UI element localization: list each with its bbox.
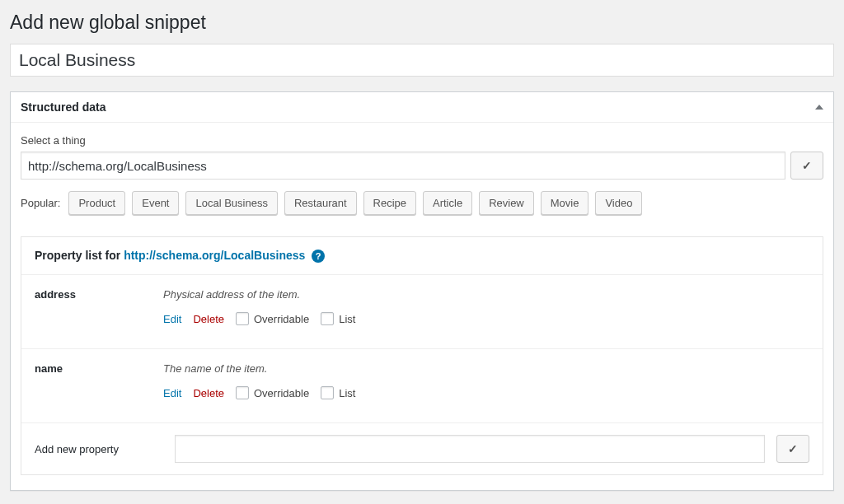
add-property-label: Add new property: [35, 443, 163, 455]
popular-movie[interactable]: Movie: [541, 191, 589, 215]
overridable-checkbox[interactable]: [236, 312, 249, 325]
delete-link[interactable]: Delete: [193, 387, 224, 399]
property-list-header: Property list for http://schema.org/Loca…: [21, 237, 823, 275]
popular-review[interactable]: Review: [479, 191, 534, 215]
property-list-link[interactable]: http://schema.org/LocalBusiness: [124, 249, 305, 262]
property-desc: Physical address of the item.: [163, 288, 809, 301]
popular-restaurant[interactable]: Restaurant: [284, 191, 357, 215]
edit-link[interactable]: Edit: [163, 387, 181, 399]
page-title: Add new global snippet: [10, 8, 834, 44]
list-checkbox[interactable]: [321, 386, 334, 399]
list-checkbox[interactable]: [321, 312, 334, 325]
delete-link[interactable]: Delete: [193, 313, 224, 325]
property-desc: The name of the item.: [163, 362, 809, 375]
structured-data-panel: Structured data Select a thing Popular: …: [10, 91, 834, 491]
list-label: List: [339, 387, 355, 399]
add-property-confirm-button[interactable]: [776, 435, 809, 463]
property-name: address: [35, 288, 163, 301]
popular-local-business[interactable]: Local Business: [185, 191, 277, 215]
caret-up-icon[interactable]: [815, 105, 823, 110]
popular-video[interactable]: Video: [595, 191, 642, 215]
property-row-name: name The name of the item. Edit Delete O…: [21, 349, 823, 423]
popular-row: Popular: Product Event Local Business Re…: [21, 191, 823, 215]
popular-product[interactable]: Product: [68, 191, 125, 215]
edit-link[interactable]: Edit: [163, 313, 181, 325]
thing-confirm-button[interactable]: [790, 152, 823, 180]
check-icon: [802, 159, 812, 172]
popular-label: Popular:: [21, 197, 60, 209]
thing-input[interactable]: [21, 152, 785, 180]
add-property-input[interactable]: [175, 435, 765, 463]
overridable-label: Overridable: [254, 313, 309, 325]
select-thing-label: Select a thing: [21, 134, 823, 147]
property-name: name: [35, 362, 163, 375]
popular-article[interactable]: Article: [423, 191, 472, 215]
popular-recipe[interactable]: Recipe: [363, 191, 416, 215]
overridable-label: Overridable: [254, 387, 309, 399]
check-icon: [788, 442, 798, 455]
property-row-address: address Physical address of the item. Ed…: [21, 275, 823, 349]
property-list-prefix: Property list for: [35, 249, 124, 262]
help-icon[interactable]: ?: [312, 250, 325, 263]
add-property-row: Add new property: [21, 423, 823, 474]
property-list-box: Property list for http://schema.org/Loca…: [21, 236, 823, 475]
overridable-checkbox[interactable]: [236, 386, 249, 399]
popular-event[interactable]: Event: [132, 191, 179, 215]
snippet-name-input[interactable]: [10, 44, 834, 77]
list-label: List: [339, 313, 355, 325]
panel-title: Structured data: [21, 100, 106, 114]
